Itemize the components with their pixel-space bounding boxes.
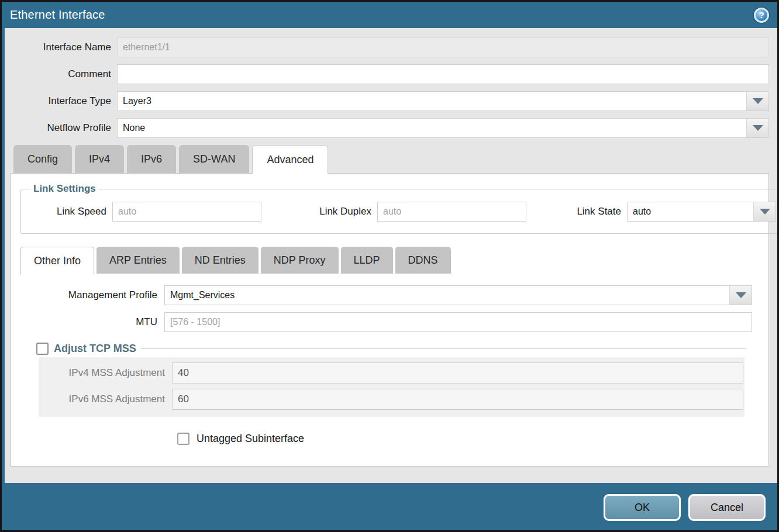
subtab-nd-entries[interactable]: ND Entries	[182, 247, 258, 274]
netflow-profile-label: Netflow Profile	[5, 122, 117, 134]
other-info-content: Management Profile MTU	[11, 285, 768, 445]
netflow-profile-row: Netflow Profile	[5, 118, 777, 138]
adjust-tcp-mss-fieldset: Adjust TCP MSS IPv4 MSS Adjustment IPv6 …	[36, 343, 746, 417]
management-profile-label: Management Profile	[11, 289, 164, 301]
comment-row: Comment	[5, 64, 777, 84]
link-state-label: Link State	[563, 206, 627, 217]
sub-tabs: Other Info ARP Entries ND Entries NDP Pr…	[20, 247, 768, 274]
link-speed-field[interactable]	[112, 202, 261, 222]
netflow-profile-select[interactable]	[117, 118, 769, 138]
link-settings-fieldset: Link Settings Link Speed Link Duplex Lin…	[20, 183, 779, 234]
tab-advanced[interactable]: Advanced	[252, 145, 328, 174]
mtu-label: MTU	[11, 316, 164, 328]
comment-label: Comment	[5, 68, 117, 80]
advanced-tab-panel: Link Settings Link Speed Link Duplex Lin…	[11, 173, 769, 467]
subtab-lldp[interactable]: LLDP	[341, 247, 393, 274]
tab-ipv6[interactable]: IPv6	[127, 145, 176, 173]
main-tabs: Config IPv4 IPv6 SD-WAN Advanced	[13, 145, 777, 173]
interface-type-select[interactable]	[117, 91, 769, 111]
chevron-down-icon	[760, 209, 770, 215]
link-settings-legend: Link Settings	[30, 183, 99, 195]
adjust-tcp-mss-label: Adjust TCP MSS	[54, 343, 136, 355]
subtab-other-info[interactable]: Other Info	[20, 247, 94, 275]
untagged-subinterface-checkbox[interactable]	[177, 433, 189, 445]
untagged-subinterface-row: Untagged Subinterface	[177, 433, 768, 445]
interface-type-row: Interface Type	[5, 91, 777, 111]
tab-ipv4[interactable]: IPv4	[75, 145, 124, 173]
top-form: Interface Name Comment Interface Type	[5, 28, 777, 138]
subtab-ndp-proxy[interactable]: NDP Proxy	[261, 247, 339, 274]
interface-name-row: Interface Name	[5, 37, 777, 57]
help-icon[interactable]: ?	[754, 8, 769, 23]
management-profile-dropdown-button[interactable]	[729, 286, 752, 305]
dialog-footer: OK Cancel	[2, 483, 777, 532]
tab-config[interactable]: Config	[13, 145, 72, 173]
link-duplex-field[interactable]	[377, 202, 526, 222]
cancel-button[interactable]: Cancel	[688, 494, 766, 521]
interface-type-dropdown-button[interactable]	[746, 92, 768, 110]
ipv4-mss-field	[172, 362, 743, 384]
mss-disabled-group: IPv4 MSS Adjustment IPv6 MSS Adjustment	[39, 357, 744, 417]
subtab-ddns[interactable]: DDNS	[395, 247, 451, 274]
untagged-subinterface-label: Untagged Subinterface	[197, 433, 304, 445]
subtab-arp-entries[interactable]: ARP Entries	[96, 247, 180, 274]
mtu-row: MTU	[11, 312, 768, 332]
comment-field[interactable]	[117, 64, 769, 84]
link-speed-label: Link Speed	[27, 206, 112, 217]
dialog-title: Ethernet Interface	[10, 8, 754, 22]
chevron-down-icon	[736, 292, 746, 298]
interface-name-field	[117, 37, 769, 57]
ok-button[interactable]: OK	[604, 494, 681, 521]
ipv4-mss-label: IPv4 MSS Adjustment	[39, 367, 172, 379]
management-profile-row: Management Profile	[11, 285, 768, 305]
link-duplex-label: Link Duplex	[288, 206, 377, 217]
tab-sdwan[interactable]: SD-WAN	[179, 145, 249, 173]
ipv6-mss-row: IPv6 MSS Adjustment	[39, 389, 744, 410]
ipv4-mss-row: IPv4 MSS Adjustment	[39, 362, 744, 384]
adjust-tcp-mss-checkbox[interactable]	[36, 343, 49, 355]
management-profile-select[interactable]	[164, 285, 752, 305]
link-state-dropdown-button[interactable]	[753, 202, 775, 221]
interface-type-label: Interface Type	[5, 95, 117, 107]
dialog-body: Interface Name Comment Interface Type	[2, 28, 777, 483]
chevron-down-icon	[753, 125, 763, 131]
mtu-field[interactable]	[164, 312, 752, 332]
title-bar: Ethernet Interface ?	[2, 2, 777, 28]
chevron-down-icon	[753, 98, 763, 104]
ipv6-mss-field	[172, 389, 743, 410]
interface-name-label: Interface Name	[5, 42, 117, 53]
ipv6-mss-label: IPv6 MSS Adjustment	[39, 393, 172, 405]
ethernet-interface-dialog: Ethernet Interface ? Interface Name Comm…	[0, 0, 779, 532]
netflow-profile-dropdown-button[interactable]	[746, 119, 768, 137]
